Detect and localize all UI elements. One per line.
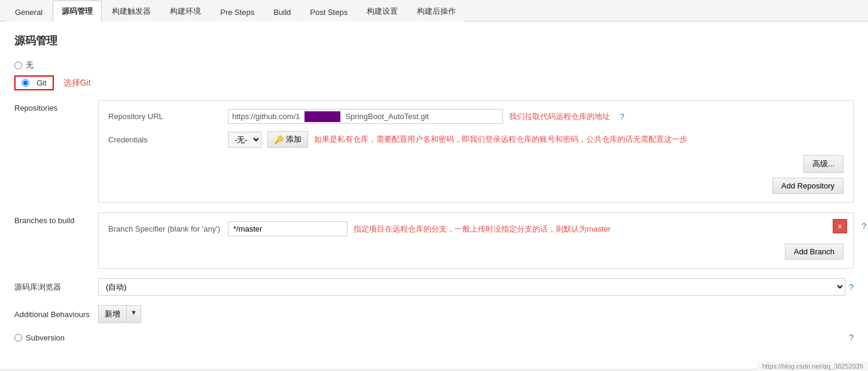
add-branch-row: Add Branch (108, 244, 843, 260)
radio-none-label: 无 (26, 60, 33, 71)
repositories-section: Repositories Repository URL https://gith… (14, 100, 854, 203)
credentials-label: Credentials (108, 135, 228, 144)
repo-url-suffix: SpringBoot_AutoTest.git (342, 110, 432, 123)
add-branch-button[interactable]: Add Branch (785, 244, 843, 260)
main-content: 源码管理 无 Git 选择Git Repositories Repository… (0, 22, 868, 369)
credentials-annotation: 如果是私有仓库，需要配置用户名和密码，即我们登录远程仓库的账号和密码，公共仓库的… (314, 134, 687, 145)
redacted-segment (304, 111, 340, 122)
repo-url-annotation: 我们拉取代码远程仓库的地址 (509, 111, 610, 122)
subversion-help-icon[interactable]: ? (849, 333, 854, 342)
branch-specifier-label: Branch Specifier (blank for 'any') (108, 224, 228, 233)
radio-git-input[interactable] (22, 79, 29, 87)
repositories-label: Repositories (14, 100, 98, 112)
radio-svn-input[interactable] (14, 334, 22, 342)
additional-behaviours-row: Additional Behaviours 新增 ▼ (14, 305, 854, 323)
new-button-wrapper: 新增 ▼ (98, 305, 141, 323)
branches-help-icon[interactable]: ? (861, 221, 866, 231)
branches-content: x Branch Specifier (blank for 'any') 指定项… (98, 212, 854, 269)
radio-git-label: Git (36, 78, 47, 87)
new-button-main[interactable]: 新增 (99, 306, 126, 323)
add-credentials-button[interactable]: 🔑 添加 (267, 131, 308, 148)
tab-source[interactable]: 源码管理 (53, 1, 102, 22)
radio-none[interactable]: 无 (14, 60, 854, 71)
additional-behaviours-label: Additional Behaviours (14, 310, 98, 319)
source-browser-help-icon[interactable]: ? (849, 282, 854, 292)
advanced-button[interactable]: 高级... (803, 155, 843, 173)
tabs-bar: General 源码管理 构建触发器 构建环境 Pre Steps Build … (0, 0, 868, 22)
new-button-arrow[interactable]: ▼ (126, 306, 141, 323)
close-branch-button[interactable]: x (833, 219, 847, 233)
branch-specifier-controls: 指定项目在远程仓库的分支，一般上传时没指定分支的话，则默认为master (228, 221, 843, 236)
branches-label: Branches to build (14, 212, 98, 225)
repo-url-help-icon[interactable]: ? (620, 112, 625, 121)
radio-none-input[interactable] (14, 62, 22, 69)
credentials-row: Credentials -无- 🔑 添加 如果是私有仓库，需要配置用户名和密码，… (108, 131, 843, 148)
source-browser-row: 源码库浏览器 (自动) ? (14, 278, 854, 296)
branch-specifier-annotation: 指定项目在远程仓库的分支，一般上传时没指定分支的话，则默认为master (354, 224, 611, 235)
repo-url-prefix: https://github.com/1 (229, 110, 303, 123)
credentials-controls: -无- 🔑 添加 如果是私有仓库，需要配置用户名和密码，即我们登录远程仓库的账号… (228, 131, 843, 148)
tab-triggers[interactable]: 构建触发器 (103, 1, 160, 22)
repo-buttons-row: 高级... (108, 155, 843, 178)
tab-poststeps[interactable]: Post Steps (301, 2, 357, 22)
repo-url-label: Repository URL (108, 112, 228, 121)
subversion-label: Subversion (26, 333, 65, 342)
tab-build[interactable]: Build (264, 2, 300, 22)
tab-general[interactable]: General (6, 2, 51, 22)
add-repository-button[interactable]: Add Repository (772, 178, 843, 194)
git-selected-box: Git (14, 75, 54, 90)
branch-specifier-row: Branch Specifier (blank for 'any') 指定项目在… (108, 221, 843, 236)
tab-presteps[interactable]: Pre Steps (211, 2, 263, 22)
add-repo-row: Add Repository (108, 178, 843, 194)
tab-settings[interactable]: 构建设置 (358, 1, 407, 22)
add-credentials-label: 添加 (286, 134, 301, 145)
url-bar: https://blog.csdn.net/qq_38252039 (757, 361, 868, 369)
close-icon: x (838, 222, 842, 230)
repositories-content: Repository URL https://github.com/1 Spri… (98, 100, 854, 203)
choose-git-annotation: 选择Git (63, 78, 91, 89)
tab-postbuild[interactable]: 构建后操作 (408, 1, 465, 22)
key-icon: 🔑 (274, 135, 284, 144)
repo-url-controls: https://github.com/1 SpringBoot_AutoTest… (228, 109, 843, 124)
branch-specifier-input[interactable] (228, 221, 348, 236)
tab-env[interactable]: 构建环境 (161, 1, 210, 22)
source-browser-label: 源码库浏览器 (14, 282, 98, 293)
source-browser-select[interactable]: (自动) (98, 278, 845, 296)
repo-url-row: Repository URL https://github.com/1 Spri… (108, 109, 843, 124)
credentials-select[interactable]: -无- (228, 132, 261, 148)
page-title: 源码管理 (14, 34, 854, 48)
branches-section: Branches to build x Branch Specifier (bl… (14, 212, 854, 269)
subversion-row: Subversion ? (14, 333, 854, 342)
radio-git[interactable]: Git 选择Git (14, 75, 854, 90)
